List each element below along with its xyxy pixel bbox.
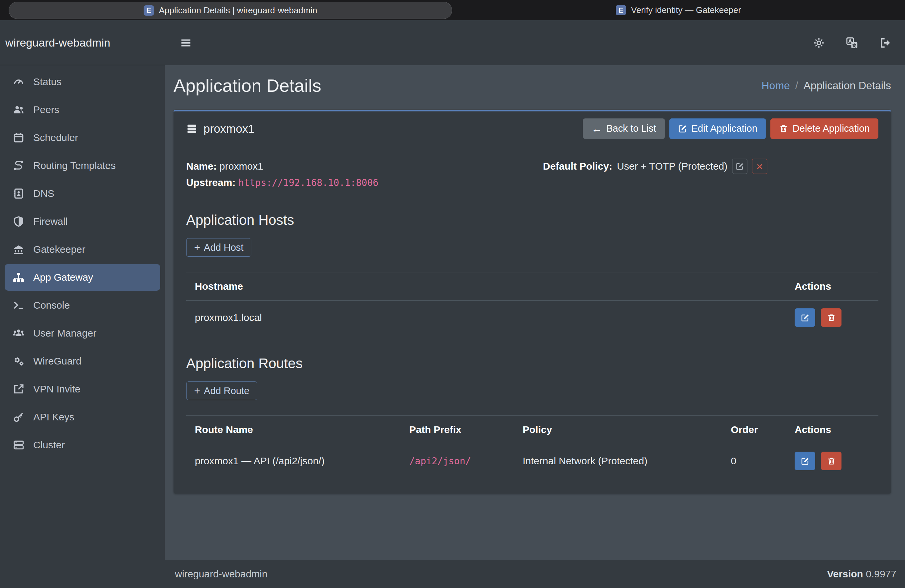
page-title: Application Details bbox=[173, 75, 321, 96]
upstream-value: https://192.168.10.1:8006 bbox=[238, 177, 378, 188]
hostname-cell: proxmox1.local bbox=[186, 300, 786, 334]
sidebar-item-user-manager[interactable]: User Manager bbox=[5, 320, 160, 346]
server-stack-icon bbox=[186, 123, 197, 134]
sidebar-item-gatekeeper[interactable]: Gatekeeper bbox=[5, 236, 160, 263]
breadcrumb: Home / Application Details bbox=[762, 79, 891, 92]
edit-application-button[interactable]: Edit Application bbox=[669, 118, 766, 139]
edit-host-button[interactable] bbox=[795, 308, 815, 327]
application-details: Name: proxmox1 Upstream: https://192.168… bbox=[186, 158, 878, 191]
sidebar-item-console[interactable]: Console bbox=[5, 292, 160, 319]
tab-favicon: E bbox=[616, 5, 626, 15]
remove-policy-button[interactable]: × bbox=[752, 159, 767, 174]
sidebar-item-label: VPN Invite bbox=[33, 383, 81, 395]
sidebar-item-api-keys[interactable]: API Keys bbox=[5, 404, 160, 431]
card-body: Name: proxmox1 Upstream: https://192.168… bbox=[173, 146, 891, 494]
table-row: proxmox1 — API (/api2/json/) /api2/json/… bbox=[186, 444, 878, 478]
name-value: proxmox1 bbox=[219, 161, 263, 172]
actions-cell bbox=[786, 444, 878, 478]
add-host-button[interactable]: + Add Host bbox=[186, 238, 251, 257]
back-arrow-icon: ← bbox=[591, 123, 602, 134]
policy-column-header: Policy bbox=[514, 416, 722, 444]
sidebar-item-label: Gatekeeper bbox=[33, 244, 86, 255]
sidebar-item-status[interactable]: Status bbox=[5, 68, 160, 95]
footer: wireguard-webadmin Version 0.9977 bbox=[165, 560, 905, 588]
cogs-icon bbox=[13, 355, 27, 367]
application-card: proxmox1 ← Back to List Edit Application bbox=[173, 110, 891, 494]
sidebar-item-scheduler[interactable]: Scheduler bbox=[5, 124, 160, 151]
sidebar-item-peers[interactable]: Peers bbox=[5, 97, 160, 123]
user-group-icon bbox=[13, 327, 27, 339]
breadcrumb-separator: / bbox=[795, 79, 798, 92]
path-prefix-cell: /api2/json/ bbox=[401, 444, 514, 478]
add-route-button[interactable]: + Add Route bbox=[186, 381, 257, 400]
top-navbar bbox=[165, 20, 905, 65]
sidebar-item-label: App Gateway bbox=[33, 272, 93, 283]
sidebar-item-label: API Keys bbox=[33, 412, 74, 423]
back-to-list-button[interactable]: ← Back to List bbox=[583, 118, 665, 139]
routes-table: Route Name Path Prefix Policy Order Acti… bbox=[186, 415, 878, 478]
breadcrumb-home-link[interactable]: Home bbox=[762, 79, 790, 92]
actions-column-header: Actions bbox=[786, 416, 878, 444]
path-prefix-column-header: Path Prefix bbox=[401, 416, 514, 444]
sidebar-nav: Status Peers Scheduler Routing Templates bbox=[0, 65, 165, 462]
edit-policy-button[interactable] bbox=[732, 159, 748, 174]
detail-right: Default Policy: User + TOTP (Protected) … bbox=[532, 158, 878, 191]
settings-gear-icon[interactable] bbox=[813, 37, 825, 49]
edit-route-button[interactable] bbox=[795, 451, 815, 470]
name-label: Name: bbox=[186, 161, 217, 172]
trash-icon bbox=[827, 313, 836, 322]
order-column-header: Order bbox=[722, 416, 786, 444]
routes-heading: Application Routes bbox=[186, 356, 878, 372]
sidebar-item-vpn-invite[interactable]: VPN Invite bbox=[5, 376, 160, 402]
sidebar-item-label: Firewall bbox=[33, 216, 67, 227]
footer-version: Version 0.9977 bbox=[827, 568, 897, 580]
sidebar-item-wireguard[interactable]: WireGuard bbox=[5, 348, 160, 375]
sidebar-item-label: Peers bbox=[33, 104, 59, 115]
card-actions: ← Back to List Edit Application Delete A… bbox=[583, 118, 878, 139]
browser-tab-active[interactable]: E Application Details | wireguard-webadm… bbox=[9, 2, 452, 19]
table-row: proxmox1.local bbox=[186, 300, 878, 334]
hosts-heading: Application Hosts bbox=[186, 212, 878, 228]
default-policy-row: Default Policy: User + TOTP (Protected) … bbox=[532, 158, 878, 174]
breadcrumb-current: Application Details bbox=[803, 79, 891, 92]
key-icon bbox=[13, 411, 27, 423]
sidebar-item-firewall[interactable]: Firewall bbox=[5, 208, 160, 235]
trash-icon bbox=[779, 124, 788, 133]
upstream-row: Upstream: https://192.168.10.1:8006 bbox=[186, 174, 532, 191]
application-name: proxmox1 bbox=[203, 122, 255, 135]
table-header-row: Route Name Path Prefix Policy Order Acti… bbox=[186, 416, 878, 444]
sidebar-item-app-gateway[interactable]: App Gateway bbox=[5, 264, 160, 291]
detail-left: Name: proxmox1 Upstream: https://192.168… bbox=[186, 158, 532, 191]
actions-column-header: Actions bbox=[786, 272, 878, 301]
sidebar-item-label: Console bbox=[33, 300, 70, 311]
route-icon bbox=[13, 160, 27, 172]
plus-icon: + bbox=[194, 242, 200, 253]
sidebar-item-cluster[interactable]: Cluster bbox=[5, 432, 160, 458]
route-name-cell: proxmox1 — API (/api2/json/) bbox=[186, 444, 401, 478]
sidebar-item-label: WireGuard bbox=[33, 356, 81, 367]
hamburger-menu-icon[interactable] bbox=[179, 37, 192, 49]
logout-icon[interactable] bbox=[879, 37, 892, 49]
terminal-icon bbox=[13, 299, 27, 311]
sidebar-item-label: DNS bbox=[33, 188, 54, 199]
brand[interactable]: wireguard-webadmin bbox=[0, 20, 165, 65]
hosts-table: Hostname Actions proxmox1.local bbox=[186, 272, 878, 334]
language-icon[interactable] bbox=[846, 37, 859, 49]
sitemap-icon bbox=[13, 272, 27, 283]
sidebar: wireguard-webadmin Status Peers Schedule… bbox=[0, 20, 165, 588]
sidebar-item-routing-templates[interactable]: Routing Templates bbox=[5, 152, 160, 179]
share-icon bbox=[13, 383, 27, 395]
plus-icon: + bbox=[194, 386, 200, 396]
policy-value: User + TOTP (Protected) bbox=[617, 158, 727, 174]
sidebar-item-label: Scheduler bbox=[33, 132, 78, 143]
delete-application-button[interactable]: Delete Application bbox=[770, 118, 878, 139]
upstream-label: Upstream: bbox=[186, 177, 235, 188]
delete-host-button[interactable] bbox=[821, 308, 841, 327]
browser-tab-inactive[interactable]: E Verify identity — Gatekeeper bbox=[616, 0, 741, 20]
server-icon bbox=[13, 439, 27, 451]
route-name-column-header: Route Name bbox=[186, 416, 401, 444]
delete-route-button[interactable] bbox=[821, 451, 841, 470]
users-icon bbox=[13, 104, 27, 116]
edit-pencil-icon bbox=[800, 457, 810, 466]
sidebar-item-dns[interactable]: DNS bbox=[5, 180, 160, 207]
